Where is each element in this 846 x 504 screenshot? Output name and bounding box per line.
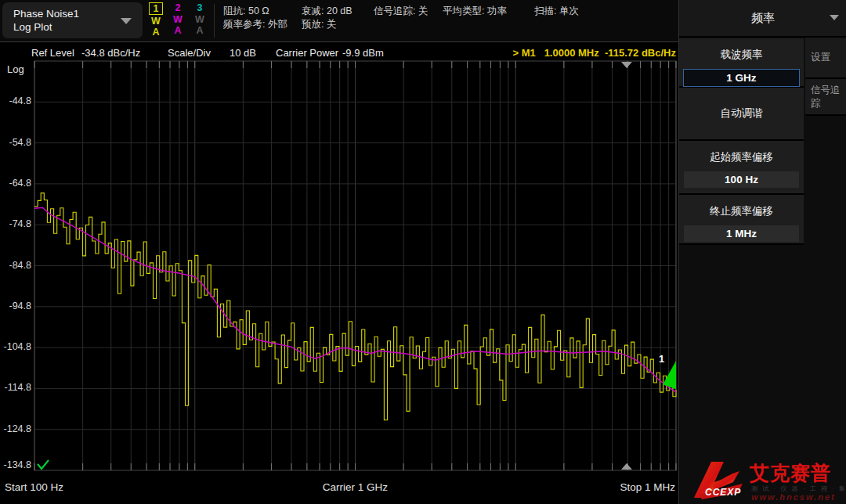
- side-menu-panel: 频率 载波频率1 GHz自动调谐起始频率偏移100 Hz终止频率偏移1 MHz …: [678, 0, 846, 504]
- menu-button-2[interactable]: 起始频率偏移100 Hz: [679, 141, 804, 195]
- logo-url: www.hncsw.net: [751, 492, 836, 502]
- menu-button-value[interactable]: 100 Hz: [684, 171, 799, 188]
- logo-brand-cn: 艾克赛普: [750, 460, 831, 486]
- chevron-down-icon: [830, 15, 839, 20]
- menu-button-label: 起始频率偏移: [679, 141, 804, 164]
- edge-indicator-bottom-icon: [621, 463, 632, 470]
- menu-button-1[interactable]: 自动调谐: [679, 88, 804, 141]
- marker-1-label: 1: [659, 353, 664, 365]
- edge-indicator-top-icon: [621, 62, 632, 68]
- marker-1-icon[interactable]: [663, 361, 676, 389]
- vendor-logo: CCEXP 艾克赛普 测 试 · 仪 器 · 工 程 · 集 成 www.hnc…: [683, 459, 846, 504]
- logo-brand-en: CCEXP: [705, 487, 741, 498]
- menu-button-label: 终止频率偏移: [679, 195, 804, 218]
- x-axis-stop-label: Stop 1 MHz: [620, 481, 675, 493]
- x-axis-carrier-label: Carrier 1 GHz: [34, 481, 676, 493]
- menu-title-dropdown[interactable]: 频率: [679, 0, 846, 38]
- side-tab-0[interactable]: 设置: [805, 38, 846, 79]
- menu-button-3[interactable]: 终止频率偏移1 MHz: [679, 195, 804, 245]
- menu-button-label: 自动调谐: [679, 88, 804, 121]
- sweep-complete-icon: [38, 460, 49, 469]
- side-tab-1[interactable]: 信号追踪: [805, 79, 846, 116]
- menu-button-value[interactable]: 1 MHz: [684, 225, 799, 242]
- menu-title: 频率: [751, 11, 775, 26]
- menu-button-label: 载波频率: [679, 38, 804, 62]
- menu-button-0[interactable]: 载波频率1 GHz: [679, 38, 804, 88]
- menu-button-value[interactable]: 1 GHz: [683, 69, 800, 87]
